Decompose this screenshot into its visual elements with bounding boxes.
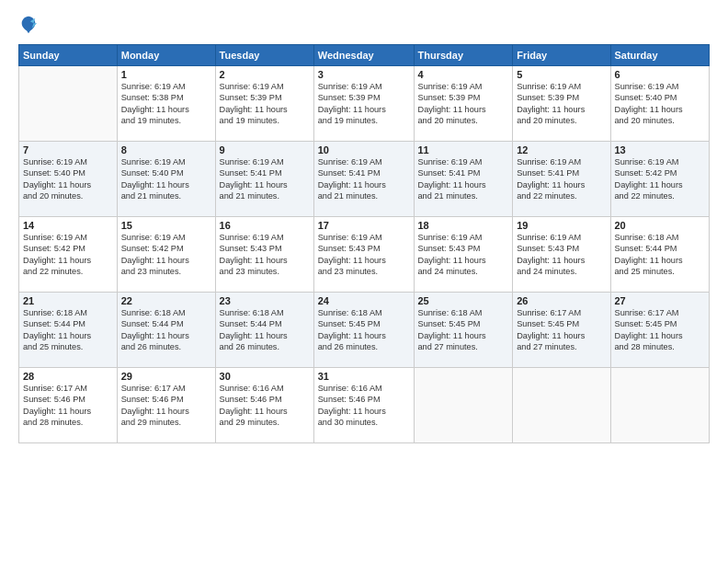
calendar-cell: 20Sunrise: 6:18 AMSunset: 5:44 PMDayligh… bbox=[610, 217, 710, 293]
calendar-cell: 15Sunrise: 6:19 AMSunset: 5:42 PMDayligh… bbox=[117, 217, 215, 293]
day-number: 12 bbox=[517, 144, 606, 155]
calendar-cell: 13Sunrise: 6:19 AMSunset: 5:42 PMDayligh… bbox=[610, 142, 710, 217]
day-info: Sunrise: 6:19 AMSunset: 5:42 PMDaylight:… bbox=[121, 232, 211, 278]
day-info: Sunrise: 6:19 AMSunset: 5:40 PMDaylight:… bbox=[121, 156, 211, 202]
calendar-cell: 23Sunrise: 6:18 AMSunset: 5:44 PMDayligh… bbox=[215, 293, 313, 368]
day-number: 18 bbox=[418, 220, 509, 231]
week-row-4: 21Sunrise: 6:18 AMSunset: 5:44 PMDayligh… bbox=[19, 293, 710, 368]
weekday-friday: Friday bbox=[513, 45, 610, 66]
weekday-tuesday: Tuesday bbox=[215, 45, 313, 66]
day-number: 19 bbox=[517, 220, 606, 231]
day-info: Sunrise: 6:19 AMSunset: 5:43 PMDaylight:… bbox=[318, 232, 410, 278]
calendar-cell: 24Sunrise: 6:18 AMSunset: 5:45 PMDayligh… bbox=[313, 293, 414, 368]
weekday-monday: Monday bbox=[117, 45, 215, 66]
calendar-cell: 10Sunrise: 6:19 AMSunset: 5:41 PMDayligh… bbox=[313, 142, 414, 217]
weekday-thursday: Thursday bbox=[414, 45, 513, 66]
day-number: 25 bbox=[418, 295, 509, 306]
day-number: 16 bbox=[220, 220, 310, 231]
day-info: Sunrise: 6:19 AMSunset: 5:38 PMDaylight:… bbox=[121, 81, 211, 127]
day-info: Sunrise: 6:19 AMSunset: 5:41 PMDaylight:… bbox=[318, 156, 410, 202]
calendar-cell: 17Sunrise: 6:19 AMSunset: 5:43 PMDayligh… bbox=[313, 217, 414, 293]
weekday-saturday: Saturday bbox=[610, 45, 710, 66]
day-number: 24 bbox=[318, 295, 410, 306]
day-number: 6 bbox=[615, 69, 706, 80]
calendar-cell: 19Sunrise: 6:19 AMSunset: 5:43 PMDayligh… bbox=[513, 217, 610, 293]
day-info: Sunrise: 6:18 AMSunset: 5:44 PMDaylight:… bbox=[23, 307, 113, 353]
calendar-cell: 30Sunrise: 6:16 AMSunset: 5:46 PMDayligh… bbox=[215, 368, 313, 443]
day-number: 30 bbox=[220, 371, 310, 382]
calendar-cell: 16Sunrise: 6:19 AMSunset: 5:43 PMDayligh… bbox=[215, 217, 313, 293]
day-info: Sunrise: 6:18 AMSunset: 5:45 PMDaylight:… bbox=[318, 307, 410, 353]
day-info: Sunrise: 6:16 AMSunset: 5:46 PMDaylight:… bbox=[318, 383, 410, 429]
week-row-5: 28Sunrise: 6:17 AMSunset: 5:46 PMDayligh… bbox=[19, 368, 710, 443]
calendar-cell: 27Sunrise: 6:17 AMSunset: 5:45 PMDayligh… bbox=[610, 293, 710, 368]
day-info: Sunrise: 6:19 AMSunset: 5:39 PMDaylight:… bbox=[220, 81, 310, 127]
day-number: 20 bbox=[615, 220, 706, 231]
logo-icon bbox=[18, 15, 39, 35]
day-info: Sunrise: 6:19 AMSunset: 5:41 PMDaylight:… bbox=[220, 156, 310, 202]
calendar-cell: 28Sunrise: 6:17 AMSunset: 5:46 PMDayligh… bbox=[19, 368, 118, 443]
day-number: 3 bbox=[318, 69, 410, 80]
day-info: Sunrise: 6:17 AMSunset: 5:45 PMDaylight:… bbox=[615, 307, 706, 353]
calendar-cell bbox=[513, 368, 610, 443]
day-info: Sunrise: 6:19 AMSunset: 5:42 PMDaylight:… bbox=[615, 156, 706, 202]
day-info: Sunrise: 6:18 AMSunset: 5:44 PMDaylight:… bbox=[121, 307, 211, 353]
calendar-cell: 29Sunrise: 6:17 AMSunset: 5:46 PMDayligh… bbox=[117, 368, 215, 443]
day-number: 8 bbox=[121, 144, 211, 155]
day-number: 17 bbox=[318, 220, 410, 231]
calendar-cell: 12Sunrise: 6:19 AMSunset: 5:41 PMDayligh… bbox=[513, 142, 610, 217]
day-number: 13 bbox=[615, 144, 706, 155]
day-info: Sunrise: 6:18 AMSunset: 5:44 PMDaylight:… bbox=[615, 232, 706, 278]
calendar-cell bbox=[610, 368, 710, 443]
day-info: Sunrise: 6:19 AMSunset: 5:41 PMDaylight:… bbox=[517, 156, 606, 202]
week-row-3: 14Sunrise: 6:19 AMSunset: 5:42 PMDayligh… bbox=[19, 217, 710, 293]
calendar-cell: 4Sunrise: 6:19 AMSunset: 5:39 PMDaylight… bbox=[414, 66, 513, 142]
day-number: 10 bbox=[318, 144, 410, 155]
calendar-cell: 25Sunrise: 6:18 AMSunset: 5:45 PMDayligh… bbox=[414, 293, 513, 368]
day-info: Sunrise: 6:19 AMSunset: 5:43 PMDaylight:… bbox=[517, 232, 606, 278]
day-number: 15 bbox=[121, 220, 211, 231]
calendar-table: SundayMondayTuesdayWednesdayThursdayFrid… bbox=[18, 44, 710, 443]
day-number: 23 bbox=[220, 295, 310, 306]
calendar-cell: 3Sunrise: 6:19 AMSunset: 5:39 PMDaylight… bbox=[313, 66, 414, 142]
day-number: 29 bbox=[121, 371, 211, 382]
day-number: 4 bbox=[418, 69, 509, 80]
day-number: 9 bbox=[220, 144, 310, 155]
day-number: 26 bbox=[517, 295, 606, 306]
calendar-cell: 1Sunrise: 6:19 AMSunset: 5:38 PMDaylight… bbox=[117, 66, 215, 142]
calendar-cell: 14Sunrise: 6:19 AMSunset: 5:42 PMDayligh… bbox=[19, 217, 118, 293]
day-info: Sunrise: 6:19 AMSunset: 5:40 PMDaylight:… bbox=[615, 81, 706, 127]
day-info: Sunrise: 6:17 AMSunset: 5:45 PMDaylight:… bbox=[517, 307, 606, 353]
day-info: Sunrise: 6:19 AMSunset: 5:40 PMDaylight:… bbox=[23, 156, 113, 202]
calendar-cell: 8Sunrise: 6:19 AMSunset: 5:40 PMDaylight… bbox=[117, 142, 215, 217]
calendar-cell: 18Sunrise: 6:19 AMSunset: 5:43 PMDayligh… bbox=[414, 217, 513, 293]
weekday-wednesday: Wednesday bbox=[313, 45, 414, 66]
logo bbox=[18, 15, 42, 35]
day-number: 11 bbox=[418, 144, 509, 155]
calendar-cell: 2Sunrise: 6:19 AMSunset: 5:39 PMDaylight… bbox=[215, 66, 313, 142]
week-row-2: 7Sunrise: 6:19 AMSunset: 5:40 PMDaylight… bbox=[19, 142, 710, 217]
day-number: 2 bbox=[220, 69, 310, 80]
calendar-cell: 22Sunrise: 6:18 AMSunset: 5:44 PMDayligh… bbox=[117, 293, 215, 368]
day-number: 31 bbox=[318, 371, 410, 382]
day-info: Sunrise: 6:19 AMSunset: 5:39 PMDaylight:… bbox=[418, 81, 509, 127]
day-info: Sunrise: 6:18 AMSunset: 5:44 PMDaylight:… bbox=[220, 307, 310, 353]
day-number: 1 bbox=[121, 69, 211, 80]
day-info: Sunrise: 6:19 AMSunset: 5:42 PMDaylight:… bbox=[23, 232, 113, 278]
weekday-header-row: SundayMondayTuesdayWednesdayThursdayFrid… bbox=[19, 45, 710, 66]
week-row-1: 1Sunrise: 6:19 AMSunset: 5:38 PMDaylight… bbox=[19, 66, 710, 142]
calendar-cell bbox=[414, 368, 513, 443]
day-number: 21 bbox=[23, 295, 113, 306]
day-number: 28 bbox=[23, 371, 113, 382]
day-info: Sunrise: 6:19 AMSunset: 5:43 PMDaylight:… bbox=[418, 232, 509, 278]
day-info: Sunrise: 6:19 AMSunset: 5:43 PMDaylight:… bbox=[220, 232, 310, 278]
calendar-cell: 9Sunrise: 6:19 AMSunset: 5:41 PMDaylight… bbox=[215, 142, 313, 217]
calendar-cell: 21Sunrise: 6:18 AMSunset: 5:44 PMDayligh… bbox=[19, 293, 118, 368]
calendar-cell: 6Sunrise: 6:19 AMSunset: 5:40 PMDaylight… bbox=[610, 66, 710, 142]
calendar-cell: 11Sunrise: 6:19 AMSunset: 5:41 PMDayligh… bbox=[414, 142, 513, 217]
day-number: 7 bbox=[23, 144, 113, 155]
day-info: Sunrise: 6:17 AMSunset: 5:46 PMDaylight:… bbox=[23, 383, 113, 429]
day-info: Sunrise: 6:18 AMSunset: 5:45 PMDaylight:… bbox=[418, 307, 509, 353]
day-info: Sunrise: 6:16 AMSunset: 5:46 PMDaylight:… bbox=[220, 383, 310, 429]
calendar-cell: 31Sunrise: 6:16 AMSunset: 5:46 PMDayligh… bbox=[313, 368, 414, 443]
